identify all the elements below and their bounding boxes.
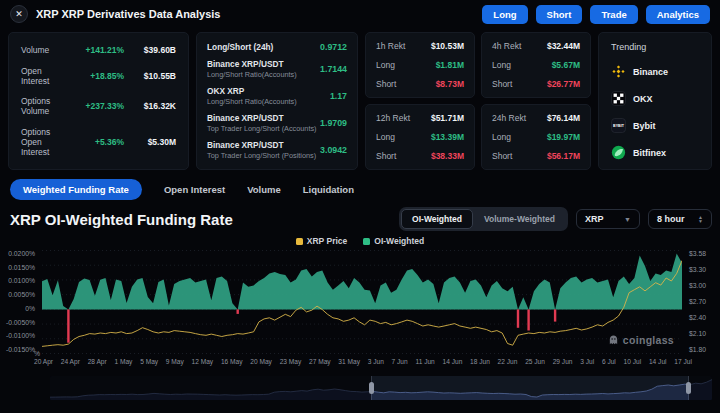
long-short-ratios-panel: Long/Short (24h) 0.9712 Binance XRP/USDT… [196, 32, 358, 170]
chart-plot-area[interactable] [42, 250, 682, 354]
navigator-dim-left [50, 376, 371, 400]
close-icon[interactable]: ✕ [10, 5, 28, 23]
oi-weighted-swatch-icon [363, 238, 370, 245]
rekt-total: $10.53M [431, 41, 464, 51]
stepper-arrows-icon: ▲▼ [698, 215, 703, 224]
x-axis-label: 10 Jul [624, 358, 642, 368]
chart-navigator[interactable] [50, 376, 712, 400]
x-axis-label: 6 Jul [602, 358, 616, 368]
rekt-short-value: $38.33M [431, 151, 464, 161]
analytics-button[interactable]: Analytics [646, 5, 710, 24]
ratio-row: Long/Short (24h) 0.9712 [207, 42, 347, 52]
chevron-down-icon: ▼ [624, 216, 631, 223]
ratio-row: Binance XRP/USDT Long/Short Ratio(Accoun… [207, 59, 347, 79]
short-button[interactable]: Short [536, 5, 583, 24]
rekt-card-12h: 12h Rekt $51.71M Long $13.39M Short $38.… [365, 104, 475, 170]
ratio-row: Binance XRP/USDT Top Trader Long/Short (… [207, 113, 347, 133]
x-axis-label: 27 May [309, 358, 331, 368]
stat-label: Options Open Interest [21, 127, 68, 157]
trade-button[interactable]: Trade [590, 5, 637, 24]
stat-label: Options Volume [21, 96, 68, 116]
x-axis-label: 7 Jun [392, 358, 408, 368]
x-axis: 20 Apr24 Apr28 Apr1 May5 May9 May12 May1… [34, 358, 692, 368]
y-axis-label: $3.30 [689, 266, 706, 273]
rekt-long-label: Long [492, 60, 511, 70]
legend-label: XRP Price [307, 236, 347, 246]
trending-item-bybit[interactable]: BYBIT Bybit [611, 118, 699, 133]
stat-label: Volume [21, 45, 68, 55]
stat-row-open-interest: Open Interest +18.85% $10.55B [21, 66, 176, 86]
rekt-total: $51.71M [431, 113, 464, 123]
rekt-grid: 1h Rekt $10.53M Long $1.81M Short $8.73M… [365, 32, 591, 170]
trending-item-bitfinex[interactable]: Bitfinex [611, 145, 699, 160]
tab-weighted-funding-rate[interactable]: Weighted Funding Rate [10, 179, 142, 200]
trending-item-label: Bitfinex [633, 148, 666, 158]
okx-icon [611, 91, 626, 106]
toggle-volume-weighted[interactable]: Volume-Weighted [473, 209, 566, 229]
y-axis-left: 0.0200%0.0150%0.0100%0.0050%0%-0.0050%-0… [0, 250, 40, 354]
topbar-actions: Long Short Trade Analytics [482, 5, 710, 24]
ratio-row: Binance XRP/USDT Top Trader Long/Short (… [207, 140, 347, 160]
rekt-title: 1h Rekt [376, 41, 405, 51]
ratio-subtitle: Top Trader Long/Short (Accounts) [207, 124, 317, 133]
trending-item-label: Binance [633, 67, 668, 77]
tab-liquidation[interactable]: Liquidation [303, 179, 354, 200]
x-axis-label: 9 May [166, 358, 184, 368]
legend-item-oi-weighted[interactable]: OI-Weighted [363, 237, 424, 245]
rekt-long-value: $13.39M [431, 132, 464, 142]
watermark-text: coinglass [623, 334, 674, 346]
rekt-short-label: Short [376, 79, 396, 89]
x-axis-label: 28 Apr [88, 358, 107, 368]
x-axis-label: 31 May [338, 358, 360, 368]
bitfinex-icon [611, 145, 626, 160]
stat-value: $10.55B [124, 71, 176, 81]
trending-item-okx[interactable]: OKX [611, 91, 699, 106]
long-button[interactable]: Long [482, 5, 527, 24]
interval-select-value: 8 hour [657, 214, 685, 224]
x-axis-label: 22 Jun [498, 358, 518, 368]
ratio-subtitle: Top Trader Long/Short (Positions) [207, 151, 316, 160]
y-axis-label: $2.70 [689, 298, 706, 305]
rekt-short-label: Short [376, 151, 396, 161]
y-axis-label: $3.00 [689, 282, 706, 289]
y-axis-unit: % [34, 350, 40, 357]
x-axis-label: 20 Apr [34, 358, 53, 368]
symbol-select[interactable]: XRP ▼ [576, 209, 640, 229]
rekt-short-label: Short [492, 151, 512, 161]
y-axis-label: 0.0050% [8, 291, 35, 298]
bybit-icon: BYBIT [611, 118, 626, 133]
section-title: XRP OI-Weighted Funding Rate [10, 211, 233, 228]
weighted-toggle: OI-Weighted Volume-Weighted [399, 207, 568, 231]
rekt-long-value: $1.81M [436, 60, 464, 70]
ratio-title: Binance XRP/USDT [207, 59, 297, 69]
binance-icon [611, 64, 626, 79]
stat-change: +237.33% [68, 101, 124, 111]
x-axis-label: 24 Apr [61, 358, 80, 368]
x-axis-label: 16 May [221, 358, 243, 368]
navigator-left-handle[interactable] [369, 382, 374, 394]
chart-tabs: Weighted Funding Rate Open Interest Volu… [0, 170, 720, 200]
rekt-title: 12h Rekt [376, 113, 410, 123]
xrp-price-swatch-icon [296, 238, 303, 245]
interval-select[interactable]: 8 hour ▲▼ [648, 209, 712, 229]
y-axis-label: -0.0100% [6, 332, 35, 339]
ratio-value: 1.7144 [320, 64, 347, 74]
stat-row-options-volume: Options Volume +237.33% $16.32K [21, 96, 176, 116]
y-axis-label: -0.0150% [6, 346, 35, 353]
navigator-right-handle[interactable] [686, 382, 691, 394]
ratio-title: OKX XRP [207, 86, 297, 96]
rekt-card-1h: 1h Rekt $10.53M Long $1.81M Short $8.73M [365, 32, 475, 98]
tab-volume[interactable]: Volume [247, 179, 281, 200]
coinglass-watermark: coinglass [608, 334, 674, 346]
toggle-oi-weighted[interactable]: OI-Weighted [401, 209, 473, 229]
rekt-long-value: $5.67M [552, 60, 580, 70]
navigator-selection[interactable] [371, 376, 689, 400]
chart-controls: OI-Weighted Volume-Weighted XRP ▼ 8 hour… [399, 207, 712, 231]
tab-open-interest[interactable]: Open Interest [164, 179, 225, 200]
x-axis-label: 5 May [140, 358, 158, 368]
legend-item-xrp-price[interactable]: XRP Price [296, 237, 347, 245]
trending-item-binance[interactable]: Binance [611, 64, 699, 79]
ratio-title: Binance XRP/USDT [207, 140, 316, 150]
ratio-row: OKX XRP Long/Short Ratio(Accounts) 1.17 [207, 86, 347, 106]
section-header: XRP OI-Weighted Funding Rate OI-Weighted… [0, 200, 720, 231]
